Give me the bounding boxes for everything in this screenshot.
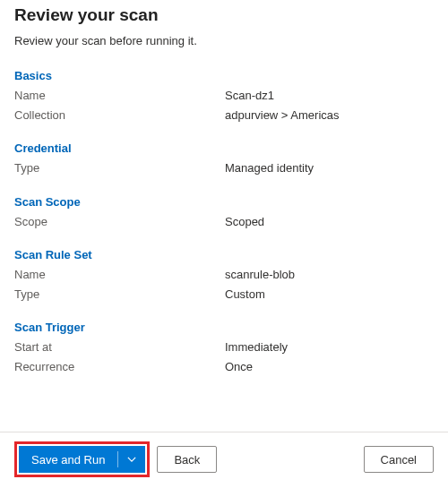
value-collection: adpurview > Americas [225,107,434,124]
row-start-at: Start at Immediately [14,339,434,355]
section-credential: Credential Type Managed identity [14,141,434,176]
value-credential-type: Managed identity [225,160,434,176]
page-title: Review your scan [14,5,434,25]
row-name: Name Scan-dz1 [14,88,434,104]
label-credential-type: Type [14,160,225,176]
save-and-run-dropdown[interactable] [118,446,145,473]
section-header-trigger: Scan Trigger [14,321,434,334]
row-credential-type: Type Managed identity [14,160,434,176]
value-start-at: Immediately [225,339,434,355]
highlight-annotation: Save and Run [14,441,150,477]
section-trigger: Scan Trigger Start at Immediately Recurr… [14,321,434,375]
label-scope: Scope [14,214,225,230]
label-collection: Collection [14,107,225,124]
label-ruleset-type: Type [14,287,225,303]
chevron-down-icon [127,455,136,464]
page-subtitle: Review your scan before running it. [14,34,434,47]
section-ruleset: Scan Rule Set Name scanrule-blob Type Cu… [14,248,434,303]
value-ruleset-type: Custom [225,287,434,303]
label-ruleset-name: Name [14,267,225,283]
row-ruleset-type: Type Custom [14,287,434,303]
row-recurrence: Recurrence Once [14,359,434,375]
row-collection: Collection adpurview > Americas [14,107,434,124]
section-header-ruleset: Scan Rule Set [14,248,434,261]
save-and-run-button[interactable]: Save and Run [19,446,145,473]
back-button[interactable]: Back [157,446,217,473]
section-basics: Basics Name Scan-dz1 Collection adpurvie… [14,69,434,124]
value-name: Scan-dz1 [225,88,434,104]
value-recurrence: Once [225,359,434,375]
section-header-basics: Basics [14,69,434,82]
label-name: Name [14,88,225,104]
footer: Save and Run Back Cancel [0,432,448,488]
section-header-scope: Scan Scope [14,195,434,209]
section-header-credential: Credential [14,141,434,155]
label-recurrence: Recurrence [14,359,225,375]
value-ruleset-name: scanrule-blob [225,267,434,283]
row-scope: Scope Scoped [14,214,434,230]
value-scope: Scoped [225,214,434,230]
save-and-run-label: Save and Run [19,446,117,473]
label-start-at: Start at [14,339,225,355]
section-scope: Scan Scope Scope Scoped [14,195,434,230]
row-ruleset-name: Name scanrule-blob [14,267,434,283]
cancel-button[interactable]: Cancel [364,446,434,473]
